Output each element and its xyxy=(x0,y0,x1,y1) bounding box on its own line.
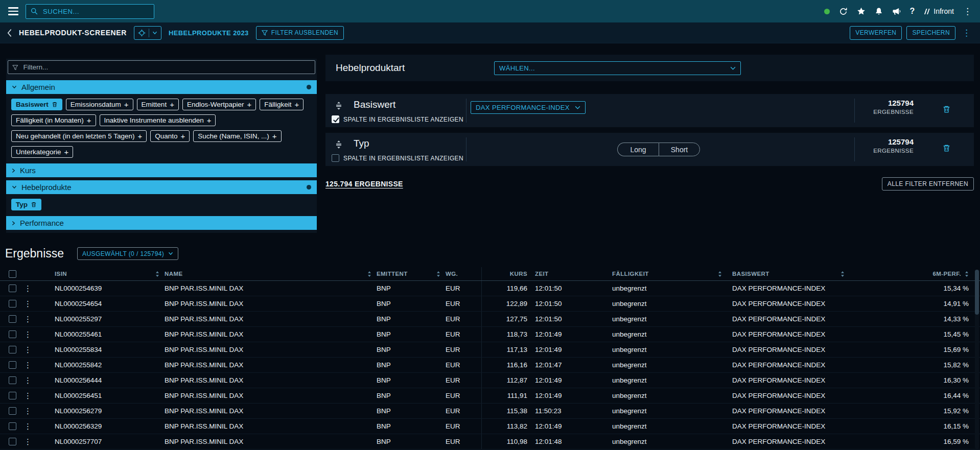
filter-chip[interactable]: Fälligkeit (in Monaten) + xyxy=(11,114,96,126)
filter-chip[interactable]: Typ + xyxy=(11,199,41,210)
section-header-kurs[interactable]: Kurs xyxy=(6,163,317,177)
row-menu-icon[interactable]: ⋮ xyxy=(24,438,55,445)
row-menu-icon[interactable]: ⋮ xyxy=(24,285,55,292)
cell-faelligkeit: unbegrenzt xyxy=(604,376,724,384)
save-button[interactable]: SPEICHERN xyxy=(906,26,955,40)
section-header-hebelprodukte[interactable]: Hebelprodukte xyxy=(6,180,317,194)
total-results-link[interactable]: 125.794 ERGEBNISSE xyxy=(325,180,403,188)
table-row[interactable]: ⋮ NL0000256279 BNP PAR.ISS.MINIL DAX BNP… xyxy=(0,404,980,419)
hamburger-menu-icon[interactable] xyxy=(8,7,18,15)
column-toggle-checkbox[interactable] xyxy=(332,154,339,162)
column-header-wg[interactable]: WG. xyxy=(446,267,481,280)
drag-handle-icon[interactable] xyxy=(334,101,343,110)
column-header-isin[interactable]: ISIN xyxy=(55,267,165,280)
trash-icon[interactable] xyxy=(52,101,58,108)
typ-short-button[interactable]: Short xyxy=(659,143,700,156)
table-row[interactable]: ⋮ NL0000255461 BNP PAR.ISS.MINIL DAX BNP… xyxy=(0,327,980,342)
filter-chip[interactable]: Neu gehandelt (in den letzten 5 Tagen) + xyxy=(11,130,147,142)
table-row[interactable]: ⋮ NL0000255842 BNP PAR.ISS.MINIL DAX BNP… xyxy=(0,358,980,373)
back-button[interactable] xyxy=(7,29,12,37)
selected-dropdown-button[interactable]: AUSGEWÄHLT (0 / 125794) xyxy=(77,247,178,260)
row-checkbox[interactable] xyxy=(9,330,16,338)
table-row[interactable]: ⋮ NL0000256329 BNP PAR.ISS.MINIL DAX BNP… xyxy=(0,419,980,434)
row-menu-icon[interactable]: ⋮ xyxy=(24,361,55,369)
row-menu-icon[interactable]: ⋮ xyxy=(24,376,55,384)
row-menu-icon[interactable]: ⋮ xyxy=(24,346,55,353)
filter-chip[interactable]: Unterkategorie + xyxy=(11,146,73,158)
window-link-button[interactable] xyxy=(134,26,161,40)
row-menu-icon[interactable]: ⋮ xyxy=(24,392,55,399)
filter-chip[interactable]: Inaktive Instrumente ausblenden + xyxy=(100,114,216,126)
column-header-basiswert[interactable]: BASISWERT xyxy=(724,267,857,280)
results-scrollbar[interactable] xyxy=(975,270,979,449)
table-row[interactable]: ⋮ NL0000254639 BNP PAR.ISS.MINIL DAX BNP… xyxy=(0,281,980,296)
column-toggle-checkbox[interactable] xyxy=(332,115,339,123)
row-checkbox[interactable] xyxy=(9,285,16,292)
table-row[interactable]: ⋮ NL0000256451 BNP PAR.ISS.MINIL DAX BNP… xyxy=(0,388,980,404)
cell-wg: EUR xyxy=(446,422,481,430)
drag-handle-icon[interactable] xyxy=(334,140,343,149)
sidebar-filter-input[interactable] xyxy=(22,63,311,72)
filter-chip-label: Unterkategorie xyxy=(16,148,61,156)
toolbar-overflow-menu-icon[interactable]: ⋮ xyxy=(960,29,973,37)
row-menu-icon[interactable]: ⋮ xyxy=(24,315,55,323)
scrollbar-thumb[interactable] xyxy=(975,270,979,315)
announcements-megaphone-icon[interactable] xyxy=(892,8,901,15)
filter-chip[interactable]: Quanto + xyxy=(150,130,190,142)
filter-chip[interactable]: Suche (Name, ISIN, ...) + xyxy=(193,130,281,142)
topbar-overflow-menu-icon[interactable]: ⋮ xyxy=(963,7,972,16)
row-menu-icon[interactable]: ⋮ xyxy=(24,330,55,338)
filter-chip[interactable]: Basiswert + xyxy=(11,99,62,110)
trash-icon[interactable] xyxy=(31,201,37,208)
remove-filter-trash-icon[interactable] xyxy=(942,105,951,114)
filter-chip[interactable]: Emittent + xyxy=(137,99,179,110)
row-menu-icon[interactable]: ⋮ xyxy=(24,300,55,307)
row-checkbox[interactable] xyxy=(9,376,16,384)
table-row[interactable]: ⋮ NL0000255297 BNP PAR.ISS.MINIL DAX BNP… xyxy=(0,312,980,327)
favorites-star-icon[interactable] xyxy=(857,7,866,15)
section-header-allgemein[interactable]: Allgemein xyxy=(6,80,317,94)
notifications-bell-icon[interactable] xyxy=(875,7,883,15)
row-checkbox[interactable] xyxy=(9,392,16,399)
filter-chip[interactable]: Fälligkeit + xyxy=(260,99,304,110)
column-header-6m-perf[interactable]: 6M-PERF. xyxy=(857,267,969,280)
saved-screen-name[interactable]: HEBELPRODUKTE 2023 xyxy=(169,29,249,37)
remove-filter-trash-icon[interactable] xyxy=(942,144,951,153)
column-header-zeit[interactable]: ZEIT xyxy=(527,267,604,280)
basiswert-select[interactable]: DAX PERFORMANCE-INDEX xyxy=(471,101,586,114)
table-row[interactable]: ⋮ NL0000254654 BNP PAR.ISS.MINIL DAX BNP… xyxy=(0,296,980,312)
select-all-checkbox[interactable] xyxy=(9,270,16,278)
add-filter-icon: + xyxy=(124,101,129,108)
column-header-faelligkeit[interactable]: FÄLLIGKEIT xyxy=(604,267,724,280)
discard-button[interactable]: VERWERFEN xyxy=(850,26,902,40)
row-checkbox[interactable] xyxy=(9,361,16,369)
cell-faelligkeit: unbegrenzt xyxy=(604,361,724,369)
table-row[interactable]: ⋮ NL0000256444 BNP PAR.ISS.MINIL DAX BNP… xyxy=(0,373,980,388)
table-row[interactable]: ⋮ NL0000255834 BNP PAR.ISS.MINIL DAX BNP… xyxy=(0,342,980,358)
row-checkbox[interactable] xyxy=(9,346,16,353)
sidebar-filter-search[interactable] xyxy=(8,60,315,74)
search-input[interactable] xyxy=(42,7,149,16)
row-checkbox[interactable] xyxy=(9,300,16,307)
clear-all-filters-button[interactable]: ALLE FILTER ENTFERNEN xyxy=(882,177,974,191)
row-checkbox[interactable] xyxy=(9,407,16,415)
global-search[interactable] xyxy=(26,4,154,19)
row-checkbox[interactable] xyxy=(9,422,16,430)
typ-long-button[interactable]: Long xyxy=(617,143,659,156)
column-header-name[interactable]: NAME xyxy=(165,267,377,280)
column-header-kurs[interactable]: KURS xyxy=(481,267,527,280)
cell-basiswert: DAX PERFORMANCE-INDEX xyxy=(724,376,857,384)
row-menu-icon[interactable]: ⋮ xyxy=(24,422,55,430)
filter-chip[interactable]: Emissionsdatum + xyxy=(66,99,133,110)
section-header-performance[interactable]: Performance xyxy=(6,216,317,230)
hebelproduktart-select[interactable]: WÄHLEN... xyxy=(494,61,741,75)
row-checkbox[interactable] xyxy=(9,315,16,323)
row-menu-icon[interactable]: ⋮ xyxy=(24,407,55,415)
help-icon[interactable]: ? xyxy=(910,7,915,16)
table-row[interactable]: ⋮ NL0000257707 BNP PAR.ISS.MINIL DAX BNP… xyxy=(0,434,980,449)
refresh-icon[interactable] xyxy=(839,7,848,16)
column-header-emittent[interactable]: EMITTENT xyxy=(377,267,446,280)
hide-filters-button[interactable]: FILTER AUSBLENDEN xyxy=(256,26,344,40)
row-checkbox[interactable] xyxy=(9,438,16,445)
filter-chip[interactable]: Endlos-Wertpapier + xyxy=(182,99,256,110)
